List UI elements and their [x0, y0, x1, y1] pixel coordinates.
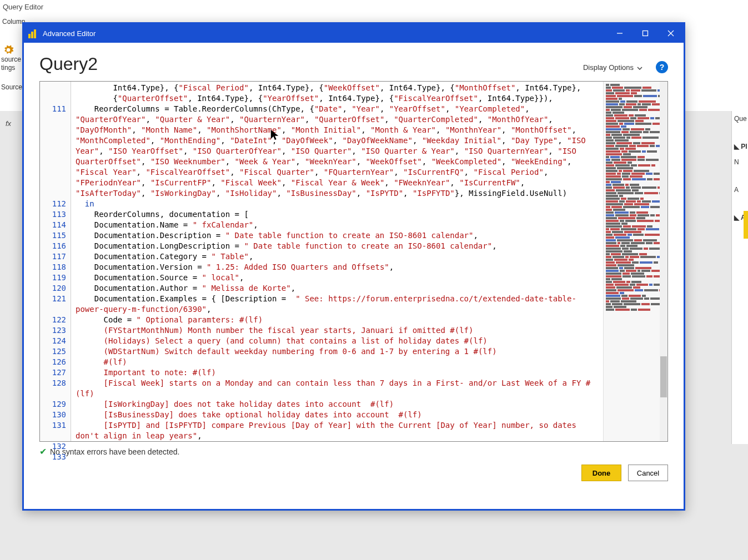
titlebar[interactable]: Advanced Editor [24, 24, 684, 43]
display-options-label: Display Options [583, 63, 634, 72]
minimap-line [606, 173, 665, 175]
chevron-down-icon [637, 63, 642, 72]
code-line[interactable]: Documentation.LongDescription = " Date t… [76, 241, 599, 251]
minimap-line [606, 220, 665, 222]
cancel-button[interactable]: Cancel [628, 465, 668, 481]
minimap-line [606, 95, 665, 97]
minimap-line [606, 178, 665, 180]
vertical-scrollbar[interactable] [660, 82, 667, 441]
code-area[interactable]: Int64.Type}, {"Fiscal Period", Int64.Typ… [71, 82, 603, 441]
minimap-line [606, 162, 665, 164]
minimap-line [606, 236, 665, 239]
minimap-line [606, 195, 665, 197]
minimap-line [606, 100, 665, 103]
minimap-line [606, 253, 665, 255]
code-line[interactable]: ReorderColumns = Table.ReorderColumns(Ch… [76, 104, 599, 199]
code-line[interactable]: [IsWorkingDay] does not take holiday dat… [76, 399, 599, 410]
minimap-line [606, 295, 665, 297]
minimap-line [606, 167, 665, 169]
bg-item-tings: tings [1, 64, 15, 72]
minimap-line [606, 134, 665, 136]
code-line[interactable]: (FYStartMonthNum) Month number the fisca… [76, 325, 599, 336]
minimap-line [606, 120, 665, 122]
minimap-line [606, 278, 665, 280]
minimap-line [606, 214, 665, 216]
minimap-line [606, 137, 665, 139]
code-line[interactable]: Documentation.Version = " 1.25: Added IS… [76, 262, 599, 273]
code-line[interactable]: ReorderColumns, documentation = [ [76, 209, 599, 220]
code-line[interactable]: [IsPYTD] and [IsPFYTD] compare Previous … [76, 420, 599, 441]
minimap-line [606, 139, 665, 142]
code-line[interactable]: [Fiscal Week] starts on a Monday and can… [76, 378, 599, 399]
minimap-line [606, 103, 665, 105]
minimap-line [606, 87, 665, 89]
minimize-button[interactable] [607, 24, 632, 43]
code-line[interactable]: Code = " Optional paramters: #(lf) [76, 315, 599, 325]
code-line[interactable]: (WDStartNum) Switch default weekday numb… [76, 346, 599, 357]
minimap-line [606, 289, 665, 291]
minimap-line [606, 189, 665, 191]
yellow-accent [744, 211, 748, 239]
minimap-line [606, 131, 665, 133]
minimap-line [606, 259, 665, 261]
window-title: Advanced Editor [43, 29, 96, 38]
advanced-editor-modal: Advanced Editor Query2 Display Options ?… [22, 22, 685, 511]
code-line[interactable]: Documentation.Author = " Melissa de Kort… [76, 283, 599, 294]
code-line[interactable]: Int64.Type}, {"Fiscal Period", Int64.Typ… [76, 83, 599, 93]
code-line[interactable]: in [76, 199, 599, 209]
minimap-line [606, 209, 665, 211]
minimap-line [606, 273, 665, 275]
minimap-line [606, 89, 665, 92]
minimap-line [606, 92, 665, 94]
cursor-icon [270, 129, 280, 141]
minimap-line [606, 98, 665, 100]
minimap-line [606, 106, 665, 108]
code-editor[interactable]: 111 112113114115116117118119120121 12212… [39, 81, 668, 442]
minimap-line [606, 270, 665, 272]
minimap-line [606, 123, 665, 125]
minimap-line [606, 250, 665, 253]
code-line[interactable]: Important to note: #(lf) [76, 367, 599, 378]
minimap-line [606, 245, 665, 247]
minimap[interactable] [603, 82, 667, 441]
code-line[interactable]: [IsBusinessDay] does take optional holid… [76, 410, 599, 420]
minimap-line [606, 186, 665, 189]
minimap-line [606, 84, 665, 86]
code-line[interactable]: Documentation.Examples = { [Description … [76, 294, 599, 315]
minimap-line [606, 117, 665, 119]
code-line[interactable]: {"QuarterOffset", Int64.Type}, {"YearOff… [76, 93, 599, 104]
minimap-line [606, 297, 665, 300]
code-line[interactable]: Documentation.Category = " Table", [76, 251, 599, 262]
line-number-gutter: 111 112113114115116117118119120121 12212… [40, 82, 71, 441]
code-line[interactable]: Documentation.Description = " Date table… [76, 230, 599, 241]
minimap-line [606, 200, 665, 203]
minimap-line [606, 306, 665, 308]
minimap-line [606, 303, 665, 305]
display-options-dropdown[interactable]: Display Options [580, 61, 646, 74]
minimap-line [606, 248, 665, 250]
code-line[interactable]: #(lf) [76, 357, 599, 367]
close-button[interactable] [658, 24, 684, 43]
code-line[interactable]: Documentation.Name = " fxCalendar", [76, 220, 599, 230]
code-line[interactable]: Documentation.Source = " local", [76, 273, 599, 283]
done-button[interactable]: Done [581, 465, 621, 481]
rp-n: N [732, 157, 748, 168]
minimap-line [606, 286, 665, 289]
minimap-line [606, 114, 665, 117]
minimap-line [606, 128, 665, 130]
minimap-line [606, 164, 665, 167]
rp-que: Que [732, 113, 748, 124]
minimap-line [606, 264, 665, 266]
minimap-line [606, 281, 665, 283]
minimap-line [606, 181, 665, 183]
maximize-button[interactable] [632, 24, 658, 43]
scrollbar-thumb[interactable] [660, 356, 667, 397]
minimap-line [606, 267, 665, 269]
help-button[interactable]: ? [656, 61, 668, 73]
code-line[interactable]: (Holidays) Select a query (and column) t… [76, 336, 599, 346]
minimap-line [606, 112, 665, 114]
minimap-line [606, 211, 665, 214]
minimap-line [606, 239, 665, 241]
formula-bar-fx: fx [6, 119, 11, 128]
minimap-line [606, 198, 665, 200]
